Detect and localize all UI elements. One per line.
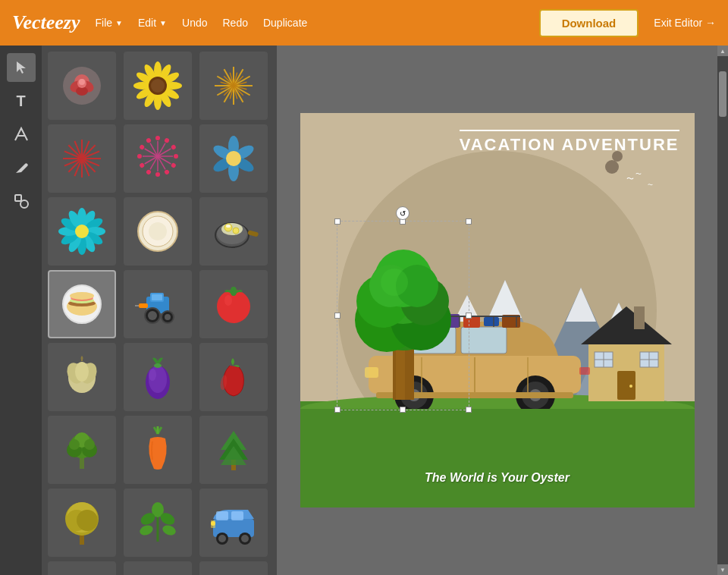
cyan-flower-icon-cell[interactable] [48, 197, 116, 266]
header: Vecteezy File ▼ Edit ▼ Undo Redo Duplica… [0, 0, 728, 46]
svg-rect-170 [216, 511, 228, 520]
svg-point-69 [164, 169, 170, 175]
van-icon-cell[interactable] [199, 489, 268, 557]
duplicate-btn[interactable]: Duplicate [263, 17, 307, 29]
handle-mr[interactable] [466, 313, 472, 319]
herb-icon-cell[interactable] [124, 489, 192, 557]
garlic-icon-cell[interactable] [48, 343, 116, 411]
sunflower-icon-cell[interactable] [124, 52, 192, 120]
firework-red2-icon-cell[interactable] [124, 124, 192, 193]
pepper-icon-cell[interactable] [199, 343, 268, 411]
smoke-1 [605, 160, 619, 174]
svg-point-64 [155, 136, 160, 140]
svg-point-107 [75, 225, 89, 238]
sandwich-icon-cell[interactable] [48, 270, 116, 338]
rotate-handle[interactable]: ↺ [396, 206, 410, 220]
main-area: T [0, 46, 728, 575]
bird-1: 〜 [626, 174, 634, 184]
svg-rect-131 [139, 303, 148, 308]
svg-point-74 [139, 144, 145, 150]
illustration[interactable]: VACATION ADVENTURE 〜 〜 〜 [300, 113, 695, 507]
firework-gold-icon-cell[interactable] [199, 52, 268, 120]
person-icon-cell[interactable] [199, 561, 268, 575]
svg-point-162 [77, 510, 98, 531]
tractor-icon-cell[interactable] [124, 270, 192, 338]
pan-icon-cell[interactable] [199, 197, 268, 266]
svg-point-2 [20, 200, 28, 208]
red-car-icon-cell[interactable] [48, 561, 116, 575]
svg-point-9 [79, 79, 85, 85]
redo-btn[interactable]: Redo [222, 17, 247, 29]
svg-point-94 [226, 151, 241, 166]
firework-red-icon-cell[interactable] [48, 124, 116, 193]
svg-point-71 [146, 169, 152, 175]
svg-rect-1 [15, 195, 21, 201]
exit-editor-button[interactable]: Exit Editor → [654, 17, 716, 29]
canvas-subtitle: The World is Your Oyster [425, 471, 570, 484]
select-tool[interactable] [7, 53, 36, 82]
scroll-track[interactable] [717, 56, 728, 564]
svg-point-117 [226, 225, 231, 228]
selected-tree[interactable]: ↺ [337, 221, 469, 410]
svg-point-23 [151, 79, 165, 93]
svg-point-68 [171, 162, 177, 168]
svg-rect-126 [152, 294, 162, 300]
file-menu[interactable]: File ▼ [96, 17, 123, 29]
blue-flower-icon-cell[interactable] [199, 124, 268, 193]
svg-rect-216 [617, 371, 635, 400]
text-tool[interactable]: T [7, 86, 36, 115]
download-button[interactable]: Download [539, 9, 639, 37]
handle-tr[interactable] [466, 218, 472, 225]
svg-point-123 [70, 292, 94, 300]
subtitle-container: The World is Your Oyster [300, 471, 695, 485]
svg-point-140 [75, 362, 89, 382]
svg-point-66 [171, 144, 177, 150]
tree-svg [341, 225, 466, 407]
broccoli-icon-cell[interactable] [48, 416, 116, 484]
pen-tool[interactable] [7, 153, 36, 182]
svg-point-70 [155, 172, 160, 177]
left-toolbar: T [0, 46, 42, 575]
logo[interactable]: Vecteezy [12, 11, 80, 34]
svg-point-75 [146, 137, 152, 143]
blue-car-icon-cell[interactable] [124, 561, 192, 575]
svg-rect-239 [579, 367, 590, 375]
svg-point-144 [149, 369, 156, 381]
svg-point-167 [138, 523, 154, 536]
handle-bl[interactable] [334, 407, 340, 413]
svg-rect-218 [634, 306, 645, 329]
svg-rect-225 [484, 317, 499, 326]
tomato-icon-cell[interactable] [199, 270, 268, 338]
svg-point-72 [139, 162, 145, 168]
node-tool[interactable] [7, 120, 36, 149]
svg-point-116 [233, 228, 239, 234]
file-menu-arrow: ▼ [115, 19, 123, 27]
rose-icon-cell[interactable] [48, 52, 116, 120]
svg-point-128 [148, 311, 157, 320]
eggplant-icon-cell[interactable] [124, 343, 192, 411]
svg-point-168 [161, 523, 177, 536]
handle-ml[interactable] [334, 313, 340, 319]
yellow-tree-icon-cell[interactable] [48, 489, 116, 557]
handle-bm[interactable] [400, 407, 406, 413]
undo-btn[interactable]: Undo [182, 17, 207, 29]
svg-point-217 [629, 385, 632, 388]
scroll-up-arrow[interactable]: ▲ [717, 46, 728, 56]
plate-icon-cell[interactable] [124, 197, 192, 266]
shape-tool[interactable] [7, 187, 36, 215]
svg-point-255 [381, 269, 408, 296]
svg-point-136 [224, 295, 232, 306]
handle-tl[interactable] [334, 218, 340, 225]
svg-rect-177 [211, 520, 215, 528]
scroll-down-arrow[interactable]: ▼ [717, 564, 728, 575]
scroll-thumb[interactable] [719, 71, 726, 117]
svg-point-65 [164, 137, 170, 143]
handle-br[interactable] [466, 407, 472, 413]
ground [300, 401, 695, 507]
svg-point-152 [69, 439, 80, 450]
small-tree-icon-cell[interactable] [199, 416, 268, 484]
canvas-area[interactable]: VACATION ADVENTURE 〜 〜 〜 [277, 46, 717, 575]
edit-menu[interactable]: Edit ▼ [138, 17, 167, 29]
svg-rect-158 [80, 534, 84, 545]
carrot-icon-cell[interactable] [124, 416, 192, 484]
